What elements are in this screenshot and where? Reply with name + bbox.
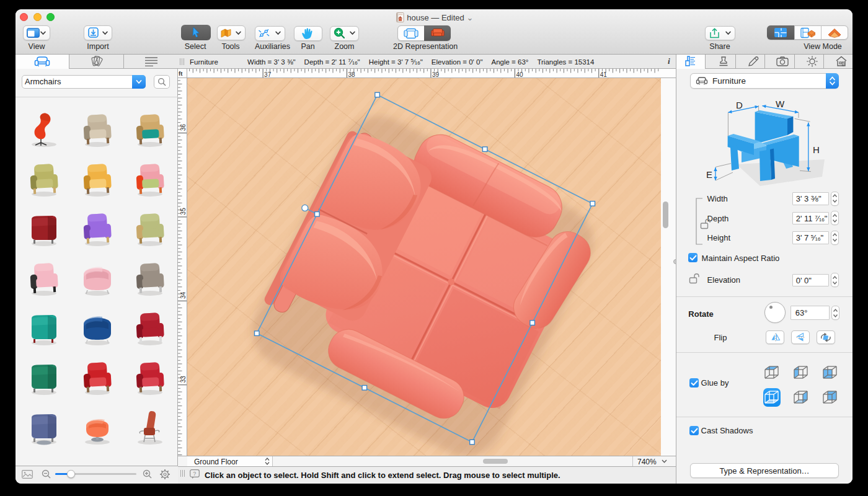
svg-text:?: ?: [193, 471, 196, 477]
svg-text:38: 38: [348, 71, 356, 78]
svg-text:D: D: [736, 100, 743, 110]
svg-text:35: 35: [180, 208, 187, 215]
svg-text:41: 41: [600, 71, 608, 78]
svg-text:37: 37: [264, 71, 272, 78]
svg-text:40: 40: [516, 71, 523, 78]
svg-text:E: E: [706, 169, 712, 180]
svg-text:34: 34: [180, 291, 187, 299]
svg-text:H: H: [813, 144, 820, 155]
svg-text:39: 39: [432, 71, 440, 78]
svg-text:W: W: [776, 99, 785, 109]
svg-text:36: 36: [180, 123, 187, 131]
svg-text:33: 33: [180, 376, 187, 383]
